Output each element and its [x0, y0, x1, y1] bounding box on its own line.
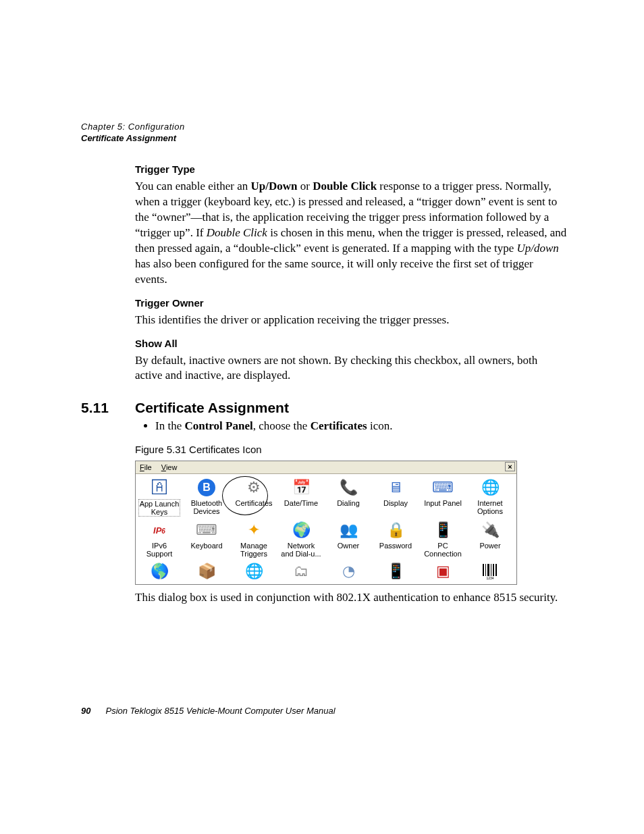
heading-trigger-type: Trigger Type: [135, 163, 567, 175]
date-time-icon: 📅: [290, 477, 312, 498]
remove-programs-icon: 📦: [196, 561, 217, 582]
cp-menu-view-rest: iew: [166, 463, 178, 471]
internet-options-icon: 🌐: [479, 477, 501, 498]
internet-options-item[interactable]: 🌐Internet Options: [466, 475, 514, 517]
cp-menubar: File View ×: [136, 461, 516, 474]
certificates-item[interactable]: ⚙Certificates: [230, 475, 277, 517]
owner-label: Owner: [337, 542, 360, 550]
para-trigger-owner: This identifies the driver or applicatio…: [135, 313, 567, 328]
close-button[interactable]: ×: [505, 462, 515, 471]
volume-sounds-icon: 1234: [479, 561, 501, 582]
bullet-instruction: In the Control Panel, choose the Certifi…: [155, 419, 567, 434]
regional-settings-item[interactable]: 🌎: [136, 559, 183, 583]
svg-rect-5: [495, 564, 497, 576]
regional-settings-icon: 🌎: [149, 561, 170, 582]
app-launch-keys-icon: 🄰: [149, 477, 170, 498]
manage-triggers-label: Manage Triggers: [240, 542, 268, 558]
password-label: Password: [379, 542, 412, 550]
pc-connection-icon: 📱: [432, 519, 454, 541]
svg-rect-1: [485, 564, 486, 576]
chapter-header: Chapter 5: Configuration: [81, 122, 567, 132]
section-title: Certificate Assignment: [135, 400, 289, 416]
network-dialup-label: Network and Dial-u...: [280, 542, 321, 558]
certificates-label: Certificates: [234, 499, 273, 507]
keyboard-label: Keyboard: [190, 542, 223, 550]
cp-menu-view[interactable]: View: [157, 463, 183, 472]
cp-menu-file[interactable]: File: [136, 463, 157, 472]
svg-rect-4: [493, 564, 494, 576]
storage-manager-icon: 🗂: [290, 561, 312, 582]
page-number: 90: [81, 706, 90, 716]
footer-title: Psion Teklogix 8515 Vehicle-Mount Comput…: [105, 706, 335, 716]
stylus-item[interactable]: ◔: [325, 559, 372, 583]
scanners-icon: 🌐: [243, 561, 265, 582]
input-panel-label: Input Panel: [423, 499, 462, 507]
network-dialup-icon: 🌍: [290, 519, 312, 541]
network-dialup-item[interactable]: 🌍Network and Dial-u...: [277, 518, 325, 558]
bluetooth-devices-item[interactable]: BBluetooth Devices: [183, 475, 230, 517]
total-recall-icon: ▣: [432, 561, 454, 582]
total-recall-item[interactable]: ▣: [419, 559, 466, 583]
input-panel-item[interactable]: ⌨Input Panel: [419, 475, 466, 517]
heading-trigger-owner: Trigger Owner: [135, 297, 567, 309]
keyboard-item[interactable]: ⌨Keyboard: [183, 518, 230, 558]
power-icon: 🔌: [479, 519, 501, 541]
control-panel-screenshot: File View × 🄰App Launch KeysBBluetooth D…: [135, 461, 517, 585]
dialing-icon: 📞: [338, 477, 359, 498]
date-time-label: Date/Time: [284, 499, 319, 507]
power-item[interactable]: 🔌Power: [466, 518, 514, 558]
system-item[interactable]: 📱: [372, 559, 419, 583]
pc-connection-label: PC Connection: [423, 542, 462, 558]
password-icon: 🔒: [385, 519, 406, 541]
system-icon: 📱: [385, 561, 406, 582]
heading-show-all: Show All: [135, 338, 567, 349]
owner-icon: 👥: [338, 519, 359, 541]
dialing-label: Dialing: [336, 499, 360, 507]
input-panel-icon: ⌨: [432, 477, 454, 498]
svg-rect-2: [487, 564, 489, 576]
dialing-item[interactable]: 📞Dialing: [325, 475, 372, 517]
manage-triggers-item[interactable]: ✦Manage Triggers: [230, 518, 277, 558]
date-time-item[interactable]: 📅Date/Time: [277, 475, 325, 517]
keyboard-icon: ⌨: [196, 519, 217, 541]
internet-options-label: Internet Options: [477, 499, 504, 515]
pc-connection-item[interactable]: 📱PC Connection: [419, 518, 466, 558]
svg-text:1234: 1234: [486, 576, 493, 580]
para-after-figure: This dialog box is used in conjunction w…: [135, 590, 567, 606]
display-label: Display: [383, 499, 408, 507]
app-launch-keys-item[interactable]: 🄰App Launch Keys: [136, 475, 183, 517]
manage-triggers-icon: ✦: [243, 519, 265, 541]
svg-rect-3: [491, 564, 491, 576]
section-header: Certificate Assignment: [81, 133, 567, 143]
ipv6-support-item[interactable]: IP6IPv6 Support: [136, 518, 183, 558]
para-trigger-type: You can enable either an Up/Down or Doub…: [135, 179, 567, 288]
svg-rect-0: [483, 564, 484, 576]
ipv6-support-label: IPv6 Support: [146, 542, 173, 558]
remove-programs-item[interactable]: 📦: [183, 559, 230, 583]
volume-sounds-item[interactable]: 1234: [466, 559, 514, 583]
display-icon: 🖥: [385, 477, 406, 498]
app-launch-keys-label: App Launch Keys: [138, 499, 181, 517]
stylus-icon: ◔: [338, 561, 359, 582]
para-show-all: By default, inactive owners are not show…: [135, 353, 567, 384]
ipv6-support-icon: IP6: [149, 519, 170, 541]
bluetooth-devices-label: Bluetooth Devices: [190, 499, 223, 515]
cp-menu-file-rest: ile: [144, 463, 152, 471]
display-item[interactable]: 🖥Display: [372, 475, 419, 517]
owner-item[interactable]: 👥Owner: [325, 518, 372, 558]
scanners-item[interactable]: 🌐: [230, 559, 277, 583]
bluetooth-devices-icon: B: [196, 477, 217, 498]
figure-caption: Figure 5.31 Certificates Icon: [135, 444, 567, 455]
certificates-icon: ⚙: [243, 477, 265, 498]
password-item[interactable]: 🔒Password: [372, 518, 419, 558]
power-label: Power: [479, 542, 501, 550]
storage-manager-item[interactable]: 🗂: [277, 559, 325, 583]
section-number: 5.11: [81, 400, 135, 416]
